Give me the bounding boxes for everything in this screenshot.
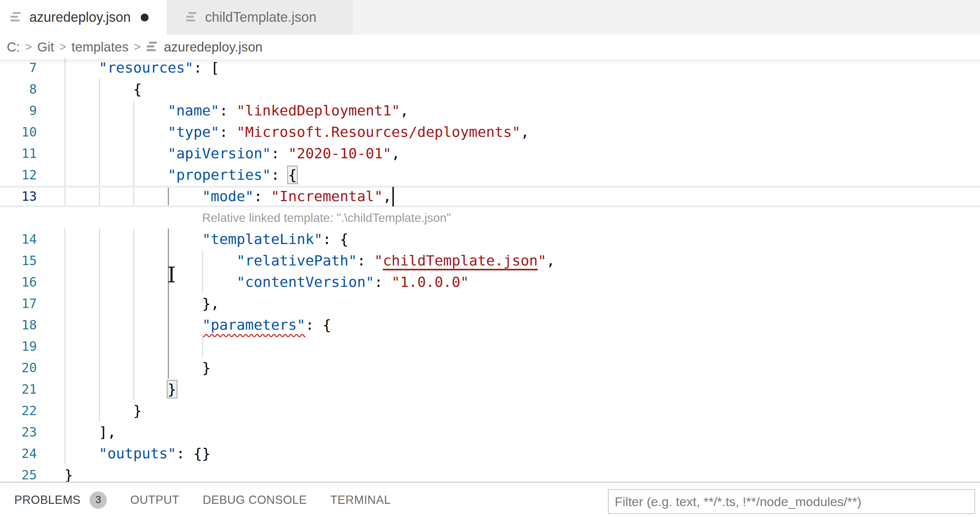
code-text: }	[64, 379, 177, 400]
token-p: :	[220, 102, 237, 119]
line-number: 9	[0, 100, 37, 121]
indent-guide	[133, 336, 134, 357]
panel-tab-label: OUTPUT	[130, 493, 179, 507]
code-line-17[interactable]: 17},	[0, 293, 980, 314]
token-keyerr: "parameters"	[202, 317, 305, 333]
code-line-24[interactable]: 24"outputs": {}	[0, 443, 980, 465]
indent-guide	[64, 57, 65, 79]
line-number: 8	[0, 79, 37, 100]
indent-guide	[64, 164, 65, 186]
token-s: "linkedDeployment1"	[237, 102, 400, 119]
token-p: :	[253, 188, 271, 205]
unsaved-changes-dot-icon[interactable]	[141, 14, 149, 21]
code-text: },	[64, 293, 220, 314]
token-p: ,	[546, 252, 555, 269]
code-line-19[interactable]: 19	[0, 336, 980, 357]
line-number: 11	[0, 143, 37, 164]
indent-guide	[64, 314, 65, 336]
code-text: "contentVersion": "1.0.0.0"	[64, 271, 469, 293]
code-line-11[interactable]: 11"apiVersion": "2020-10-01",	[0, 143, 980, 164]
breadcrumb-segment-templates[interactable]: templates	[72, 40, 129, 54]
indent-guide	[64, 379, 65, 400]
indent-guide	[133, 100, 134, 121]
token-s: "2020-10-01"	[288, 145, 391, 162]
indent-guide	[133, 293, 134, 314]
code-line-15[interactable]: 15"relativePath": "childTemplate.json",	[0, 250, 980, 271]
token-p: :	[220, 124, 237, 140]
code-line-25[interactable]: 25}	[0, 465, 980, 482]
inline-hint-row: Relative linked template: ".\childTempla…	[0, 207, 980, 228]
document-link[interactable]: childTemplate.json	[383, 252, 538, 269]
token-s: "1.0.0.0"	[391, 274, 469, 290]
code-text: "relativePath": "childTemplate.json",	[64, 250, 555, 271]
code-line-21[interactable]: 21}	[0, 379, 980, 400]
breadcrumb-segment-drive[interactable]: C:	[7, 40, 20, 54]
panel-tab-problems[interactable]: PROBLEMS 3	[14, 492, 107, 509]
token-p: {	[133, 81, 142, 97]
token-p: ,	[383, 188, 391, 205]
indent-guide	[99, 164, 100, 186]
active-indent-guide	[168, 250, 169, 271]
token-p: : {	[305, 317, 331, 333]
breadcrumb-segment-git[interactable]: Git	[37, 40, 54, 54]
problems-filter-input[interactable]	[608, 489, 975, 514]
code-line-22[interactable]: 22}	[0, 400, 980, 422]
code-line-18[interactable]: 18"parameters": {	[0, 314, 980, 336]
code-line-13[interactable]: 13"mode": "Incremental",	[0, 186, 980, 207]
panel-tab-debug-console[interactable]: DEBUG CONSOLE	[203, 493, 307, 507]
token-key: "outputs"	[99, 445, 177, 462]
code-line-23[interactable]: 23],	[0, 422, 980, 443]
code-line-16[interactable]: 16"contentVersion": "1.0.0.0"	[0, 271, 980, 293]
bottom-panel: PROBLEMS 3 OUTPUT DEBUG CONSOLE TERMINAL	[0, 483, 980, 517]
code-line-9[interactable]: 9"name": "linkedDeployment1",	[0, 100, 980, 121]
token-key: "relativePath"	[237, 252, 357, 269]
code-text: "name": "linkedDeployment1",	[64, 100, 409, 121]
token-p: : [	[193, 59, 220, 76]
indent-guide	[64, 228, 65, 250]
indent-guide	[99, 79, 100, 100]
indent-guide	[99, 357, 100, 379]
line-number: 16	[0, 271, 37, 293]
indent-guide	[64, 121, 65, 143]
token-p: ,	[521, 124, 529, 140]
inline-hint-text: Relative linked template: ".\childTempla…	[202, 211, 451, 224]
line-number: 19	[0, 336, 37, 357]
indent-guide	[99, 228, 100, 250]
tab-childtemplate-json[interactable]: childTemplate.json	[167, 0, 353, 35]
indent-guide	[64, 400, 65, 422]
code-editor[interactable]: 7"resources": [8{9"name": "linkedDeploym…	[0, 57, 980, 482]
code-text: "resources": [	[64, 57, 220, 79]
indent-guide	[99, 293, 100, 314]
chevron-right-icon: >	[59, 40, 66, 54]
active-indent-guide	[168, 357, 169, 379]
code-text: "outputs": {}	[64, 443, 211, 465]
token-p: ,	[400, 102, 409, 119]
indent-guide	[99, 336, 100, 357]
panel-tab-output[interactable]: OUTPUT	[130, 493, 179, 507]
indent-guide	[99, 121, 100, 143]
code-line-20[interactable]: 20}	[0, 357, 980, 379]
breadcrumb-file[interactable]: azuredeploy.json	[164, 40, 262, 54]
tab-azuredeploy-json[interactable]: azuredeploy.json	[0, 0, 167, 35]
token-bm: }	[168, 381, 177, 397]
token-p: : {	[322, 231, 348, 247]
tab-title: childTemplate.json	[205, 10, 317, 25]
tab-title: azuredeploy.json	[29, 10, 131, 25]
code-line-8[interactable]: 8{	[0, 79, 980, 100]
code-line-12[interactable]: 12"properties": {	[0, 164, 980, 186]
line-number: 23	[0, 422, 37, 443]
code-line-10[interactable]: 10"type": "Microsoft.Resources/deploymen…	[0, 121, 980, 143]
indent-guide	[133, 271, 134, 293]
indent-guide	[64, 100, 65, 121]
indent-guide	[202, 336, 203, 357]
indent-guide	[133, 188, 134, 205]
panel-tab-terminal[interactable]: TERMINAL	[330, 493, 391, 507]
code-text: "apiVersion": "2020-10-01",	[64, 143, 400, 164]
active-indent-guide	[168, 293, 169, 314]
line-number: 25	[0, 465, 37, 482]
code-line-14[interactable]: 14"templateLink": {	[0, 228, 980, 250]
code-text: "mode": "Incremental",	[64, 188, 391, 205]
line-number: 18	[0, 314, 37, 336]
indent-guide	[99, 271, 100, 293]
code-line-7[interactable]: 7"resources": [	[0, 57, 980, 79]
